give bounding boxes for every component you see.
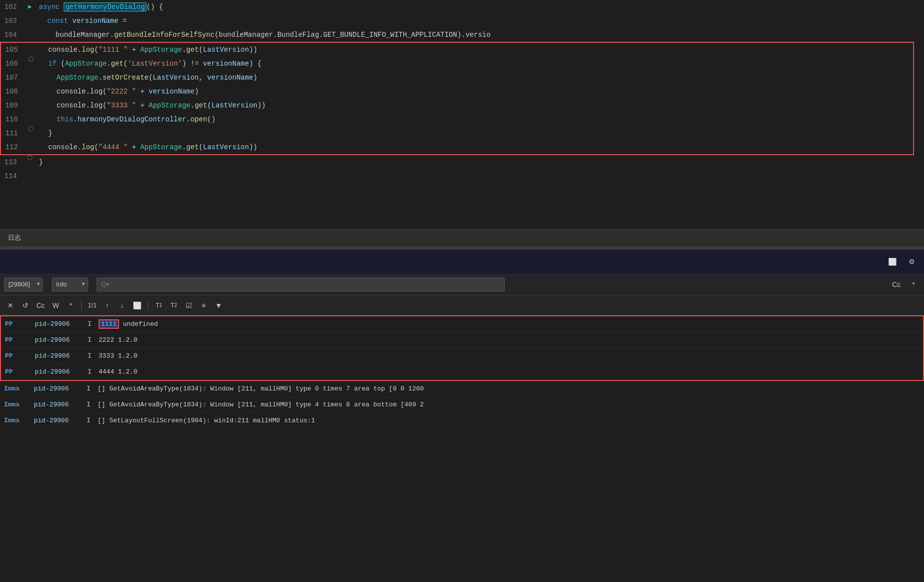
log-row-0[interactable]: PP pid-29906 I 1111 undefined — [1, 316, 923, 332]
line-number-111: 111 — [1, 126, 26, 140]
log-message-3: 4444 1.2.0 — [95, 368, 919, 376]
check-all[interactable]: ☑ — [182, 299, 195, 312]
code-line-112: 112 console.log("4444 " + AppStorage.get… — [1, 140, 913, 154]
log-tab-label[interactable]: 日志 — [8, 233, 21, 242]
log-level-4: I — [84, 385, 94, 392]
log-level-1: I — [85, 336, 95, 344]
log-search-input[interactable] — [97, 278, 505, 291]
line-content-104: bundleManager.getBundleInfoForSelfSync(b… — [35, 28, 924, 42]
log-row-4[interactable]: Imms pid-29906 I [] GetAvoidAreaByType(1… — [0, 381, 924, 397]
settings-icon[interactable]: ⚙ — [905, 255, 918, 268]
log-pid-4: pid-29906 — [34, 385, 84, 392]
reset-button[interactable]: ↺ — [19, 299, 32, 312]
spacing-area: ⬜ ⚙ — [0, 250, 924, 274]
log-tag-5: Imms — [4, 401, 34, 408]
log-entries: PP pid-29906 I 1111 undefined PP pid-299… — [0, 315, 924, 429]
code-line-114: 114 — [0, 169, 924, 183]
line-number-106: 106 — [1, 57, 26, 71]
cc-label: Cc — [892, 281, 901, 289]
code-line-110: 110 this.harmonyDevDialogController.open… — [1, 112, 913, 126]
level-selector[interactable]: Info Debug Warn Error — [52, 278, 88, 291]
code-line-103: 103 const versionName = — [0, 14, 924, 28]
code-line-111: 111 } — [1, 126, 913, 140]
gutter-111 — [26, 126, 36, 131]
line-number-104: 104 — [0, 28, 25, 42]
line-content-103: const versionName = — [35, 14, 924, 28]
close-button[interactable]: ✕ — [4, 299, 17, 312]
asterisk-button[interactable]: * — [907, 278, 920, 291]
breakpoint-106[interactable] — [28, 57, 33, 62]
right-icons: Cc * — [890, 278, 920, 291]
breakpoint-111[interactable] — [28, 126, 33, 131]
line-content-111: } — [36, 126, 913, 140]
log-message-5: [] GetAvoidAreaByType(1834): Window [211… — [94, 401, 920, 408]
list-view[interactable]: ≡ — [197, 299, 210, 312]
process-selector-wrapper: [29906] ▼ — [4, 278, 43, 291]
asterisk-label: * — [912, 281, 915, 289]
log-row-6[interactable]: Imms pid-29906 I [] SetLayoutFullScreen(… — [0, 413, 924, 429]
line-number-103: 103 — [0, 14, 25, 28]
log-message-2: 3333 1.2.0 — [95, 352, 919, 360]
filter-button[interactable]: ▼ — [212, 299, 225, 312]
process-selector[interactable]: [29906] — [4, 278, 43, 291]
w-toggle[interactable]: W — [49, 299, 62, 312]
line-number-107: 107 — [1, 71, 26, 85]
log-pid-2: pid-29906 — [35, 352, 85, 360]
line-number-105: 105 — [1, 43, 26, 57]
gutter-113 — [25, 155, 35, 160]
view-mode[interactable]: ⬜ — [130, 299, 144, 312]
cc-button[interactable]: Cc — [890, 278, 903, 291]
log-pid-5: pid-29906 — [34, 401, 84, 408]
tag-toggle1[interactable]: T1 — [152, 299, 165, 312]
next-result[interactable]: ↓ — [116, 299, 128, 312]
log-message-4: [] GetAvoidAreaByType(1834): Window [211… — [94, 385, 920, 392]
code-line-113: 113 } — [0, 155, 924, 169]
line-number-102: 102 — [0, 0, 25, 14]
code-line-109: 109 console.log("3333 " + AppStorage.get… — [1, 98, 913, 112]
level-selector-wrapper: Info Debug Warn Error ▼ — [52, 278, 88, 291]
line-content-102: async getHarmonyDevDialog() { — [35, 0, 924, 14]
code-editor: 102 ▶ async getHarmonyDevDialog() { 103 … — [0, 0, 924, 229]
log-tag-3: PP — [5, 368, 35, 376]
log-message-6: [] SetLayoutFullScreen(1904): winId:211 … — [94, 417, 920, 424]
log-pid-3: pid-29906 — [35, 368, 85, 376]
log-tag-1: PP — [5, 336, 35, 344]
prev-result[interactable]: ↑ — [101, 299, 114, 312]
code-line-108: 108 console.log("2222 " + versionName) — [1, 85, 913, 98]
log-tag-4: Imms — [4, 385, 34, 392]
line-content-110: this.harmonyDevDialogController.open() — [36, 112, 913, 126]
log-tag-2: PP — [5, 352, 35, 360]
cc-toggle[interactable]: Cc — [34, 299, 47, 312]
log-row-1[interactable]: PP pid-29906 I 2222 1.2.0 — [1, 332, 923, 348]
code-line-105: 105 console.log("1111 " + AppStorage.get… — [1, 43, 913, 57]
log-row-5[interactable]: Imms pid-29906 I [] GetAvoidAreaByType(1… — [0, 397, 924, 413]
log-row-3[interactable]: PP pid-29906 I 4444 1.2.0 — [1, 364, 923, 380]
line-number-114: 114 — [0, 169, 25, 183]
line-number-110: 110 — [1, 112, 26, 126]
tag-toggle2[interactable]: T2 — [167, 299, 180, 312]
line-content-108: console.log("2222 " + versionName) — [36, 85, 913, 98]
log-tag-0: PP — [5, 320, 35, 328]
line-number-109: 109 — [1, 98, 26, 112]
panel-icon[interactable]: ⬜ — [886, 255, 899, 268]
log-pid-0: pid-29906 — [35, 320, 85, 328]
line-content-107: AppStorage.setOrCreate(LastVersion, vers… — [36, 71, 913, 85]
log-row-2[interactable]: PP pid-29906 I 3333 1.2.0 — [1, 348, 923, 364]
log-message-0: 1111 undefined — [95, 319, 919, 329]
log-toolbar-row1: [29906] ▼ Info Debug Warn Error ▼ Cc * — [0, 274, 924, 295]
log-tab-bar: 日志 — [0, 229, 924, 247]
log-level-3: I — [85, 368, 95, 376]
code-line-107: 107 AppStorage.setOrCreate(LastVersion, … — [1, 71, 913, 85]
code-line-102: 102 ▶ async getHarmonyDevDialog() { — [0, 0, 924, 14]
gutter-102: ▶ — [25, 0, 35, 14]
line-number-113: 113 — [0, 155, 25, 169]
asterisk-toggle[interactable]: * — [64, 299, 77, 312]
breakpoint-113[interactable] — [27, 155, 32, 160]
line-content-105: console.log("1111 " + AppStorage.get(Las… — [36, 43, 913, 57]
line-number-108: 108 — [1, 85, 26, 98]
line-content-106: if (AppStorage.get('LastVersion') != ver… — [36, 57, 913, 71]
log-selected-region: PP pid-29906 I 1111 undefined PP pid-299… — [0, 315, 924, 381]
line-content-113: } — [35, 155, 924, 169]
log-level-0: I — [85, 320, 95, 328]
log-message-1: 2222 1.2.0 — [95, 336, 919, 344]
